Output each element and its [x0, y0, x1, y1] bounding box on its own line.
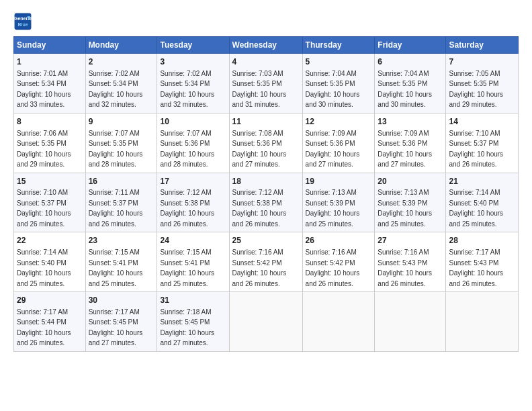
calendar-week-5: 29 Sunrise: 7:17 AMSunset: 5:44 PMDaylig… — [14, 292, 519, 352]
day-number: 9 — [89, 116, 154, 128]
day-info: Sunrise: 7:10 AMSunset: 5:37 PMDaylight:… — [449, 130, 503, 169]
day-info: Sunrise: 7:06 AMSunset: 5:35 PMDaylight:… — [17, 130, 71, 169]
calendar-cell: 19 Sunrise: 7:13 AMSunset: 5:39 PMDaylig… — [302, 173, 375, 232]
day-number: 16 — [89, 176, 154, 187]
calendar-cell: 18 Sunrise: 7:12 AMSunset: 5:38 PMDaylig… — [229, 173, 302, 232]
day-info: Sunrise: 7:15 AMSunset: 5:41 PMDaylight:… — [89, 248, 143, 287]
day-number: 28 — [449, 235, 515, 246]
svg-rect-0 — [15, 13, 32, 30]
day-number: 30 — [89, 295, 154, 306]
day-number: 25 — [232, 235, 300, 246]
day-number: 18 — [232, 176, 300, 187]
day-number: 3 — [160, 56, 226, 68]
page: General Blue SundayMondayTuesdayWednesda… — [0, 0, 532, 359]
day-number: 15 — [17, 176, 83, 187]
logo: General Blue — [13, 12, 32, 31]
weekday-header-wednesday: Wednesday — [229, 37, 302, 54]
calendar-table: SundayMondayTuesdayWednesdayThursdayFrid… — [13, 36, 519, 352]
calendar-cell: 17 Sunrise: 7:12 AMSunset: 5:38 PMDaylig… — [157, 173, 229, 232]
day-info: Sunrise: 7:12 AMSunset: 5:38 PMDaylight:… — [232, 189, 287, 228]
day-info: Sunrise: 7:01 AMSunset: 5:34 PMDaylight:… — [17, 70, 71, 109]
day-number: 29 — [17, 295, 83, 306]
day-number: 7 — [449, 56, 515, 68]
day-info: Sunrise: 7:17 AMSunset: 5:43 PMDaylight:… — [449, 248, 503, 287]
day-number: 14 — [449, 116, 515, 128]
calendar-cell: 30 Sunrise: 7:17 AMSunset: 5:45 PMDaylig… — [85, 292, 157, 352]
calendar-cell — [302, 292, 375, 352]
calendar-cell: 3 Sunrise: 7:02 AMSunset: 5:34 PMDayligh… — [157, 54, 229, 113]
day-number: 11 — [232, 116, 300, 128]
svg-text:Blue: Blue — [17, 22, 28, 27]
calendar-cell: 16 Sunrise: 7:11 AMSunset: 5:37 PMDaylig… — [85, 173, 157, 232]
calendar-cell: 26 Sunrise: 7:16 AMSunset: 5:42 PMDaylig… — [302, 232, 375, 292]
day-number: 10 — [160, 116, 226, 128]
calendar-cell: 29 Sunrise: 7:17 AMSunset: 5:44 PMDaylig… — [14, 292, 86, 352]
weekday-header-thursday: Thursday — [302, 37, 375, 54]
day-number: 1 — [17, 56, 83, 68]
day-info: Sunrise: 7:16 AMSunset: 5:42 PMDaylight:… — [232, 248, 287, 287]
calendar-week-4: 22 Sunrise: 7:14 AMSunset: 5:40 PMDaylig… — [14, 232, 519, 292]
day-number: 23 — [89, 235, 154, 246]
day-number: 31 — [160, 295, 226, 306]
weekday-header-friday: Friday — [375, 37, 446, 54]
day-info: Sunrise: 7:02 AMSunset: 5:34 PMDaylight:… — [89, 70, 143, 109]
calendar-cell: 28 Sunrise: 7:17 AMSunset: 5:43 PMDaylig… — [446, 232, 519, 292]
day-number: 17 — [160, 176, 226, 187]
calendar-week-2: 8 Sunrise: 7:06 AMSunset: 5:35 PMDayligh… — [14, 113, 519, 173]
calendar-cell — [375, 292, 446, 352]
calendar-cell: 31 Sunrise: 7:18 AMSunset: 5:45 PMDaylig… — [157, 292, 229, 352]
day-info: Sunrise: 7:13 AMSunset: 5:39 PMDaylight:… — [306, 189, 360, 228]
calendar-cell: 5 Sunrise: 7:04 AMSunset: 5:35 PMDayligh… — [302, 54, 375, 113]
day-number: 5 — [306, 56, 372, 68]
day-info: Sunrise: 7:13 AMSunset: 5:39 PMDaylight:… — [378, 189, 432, 228]
day-info: Sunrise: 7:09 AMSunset: 5:36 PMDaylight:… — [306, 130, 360, 169]
day-info: Sunrise: 7:14 AMSunset: 5:40 PMDaylight:… — [17, 248, 71, 287]
day-info: Sunrise: 7:04 AMSunset: 5:35 PMDaylight:… — [378, 70, 432, 109]
day-number: 24 — [160, 235, 226, 246]
calendar-cell: 2 Sunrise: 7:02 AMSunset: 5:34 PMDayligh… — [85, 54, 157, 113]
weekday-header-saturday: Saturday — [446, 37, 519, 54]
day-info: Sunrise: 7:05 AMSunset: 5:35 PMDaylight:… — [449, 70, 503, 109]
calendar-cell: 14 Sunrise: 7:10 AMSunset: 5:37 PMDaylig… — [446, 113, 519, 173]
calendar-cell: 22 Sunrise: 7:14 AMSunset: 5:40 PMDaylig… — [14, 232, 86, 292]
day-number: 20 — [378, 176, 443, 187]
calendar-cell: 25 Sunrise: 7:16 AMSunset: 5:42 PMDaylig… — [229, 232, 302, 292]
day-number: 4 — [232, 56, 300, 68]
header: General Blue — [13, 12, 519, 31]
day-number: 21 — [449, 176, 515, 187]
calendar-cell: 23 Sunrise: 7:15 AMSunset: 5:41 PMDaylig… — [85, 232, 157, 292]
calendar-cell: 6 Sunrise: 7:04 AMSunset: 5:35 PMDayligh… — [375, 54, 446, 113]
calendar-header-row: SundayMondayTuesdayWednesdayThursdayFrid… — [14, 37, 519, 54]
day-number: 2 — [89, 56, 154, 68]
day-info: Sunrise: 7:12 AMSunset: 5:38 PMDaylight:… — [160, 189, 214, 228]
day-number: 26 — [306, 235, 372, 246]
day-info: Sunrise: 7:10 AMSunset: 5:37 PMDaylight:… — [17, 189, 71, 228]
weekday-header-tuesday: Tuesday — [157, 37, 229, 54]
logo-icon: General Blue — [13, 12, 32, 31]
day-info: Sunrise: 7:08 AMSunset: 5:36 PMDaylight:… — [232, 130, 287, 169]
day-number: 6 — [378, 56, 443, 68]
calendar-week-1: 1 Sunrise: 7:01 AMSunset: 5:34 PMDayligh… — [14, 54, 519, 113]
day-number: 22 — [17, 235, 83, 246]
calendar-cell: 27 Sunrise: 7:16 AMSunset: 5:43 PMDaylig… — [375, 232, 446, 292]
day-number: 8 — [17, 116, 83, 128]
day-info: Sunrise: 7:09 AMSunset: 5:36 PMDaylight:… — [378, 130, 432, 169]
day-number: 13 — [378, 116, 443, 128]
calendar-cell — [229, 292, 302, 352]
calendar-cell: 7 Sunrise: 7:05 AMSunset: 5:35 PMDayligh… — [446, 54, 519, 113]
calendar-cell — [446, 292, 519, 352]
day-info: Sunrise: 7:03 AMSunset: 5:35 PMDaylight:… — [232, 70, 287, 109]
weekday-header-monday: Monday — [85, 37, 157, 54]
day-info: Sunrise: 7:11 AMSunset: 5:37 PMDaylight:… — [89, 189, 143, 228]
day-info: Sunrise: 7:16 AMSunset: 5:43 PMDaylight:… — [378, 248, 432, 287]
day-info: Sunrise: 7:15 AMSunset: 5:41 PMDaylight:… — [160, 248, 214, 287]
calendar-cell: 21 Sunrise: 7:14 AMSunset: 5:40 PMDaylig… — [446, 173, 519, 232]
weekday-header-sunday: Sunday — [14, 37, 86, 54]
calendar-cell: 11 Sunrise: 7:08 AMSunset: 5:36 PMDaylig… — [229, 113, 302, 173]
day-number: 27 — [378, 235, 443, 246]
calendar-cell: 20 Sunrise: 7:13 AMSunset: 5:39 PMDaylig… — [375, 173, 446, 232]
calendar-cell: 8 Sunrise: 7:06 AMSunset: 5:35 PMDayligh… — [14, 113, 86, 173]
day-info: Sunrise: 7:14 AMSunset: 5:40 PMDaylight:… — [449, 189, 503, 228]
calendar-cell: 1 Sunrise: 7:01 AMSunset: 5:34 PMDayligh… — [14, 54, 86, 113]
calendar-cell: 10 Sunrise: 7:07 AMSunset: 5:36 PMDaylig… — [157, 113, 229, 173]
